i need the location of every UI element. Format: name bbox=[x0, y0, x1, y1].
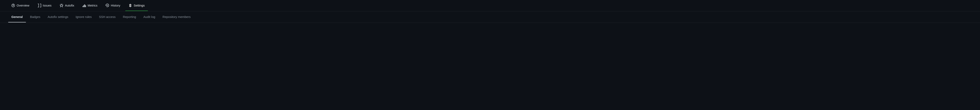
nav-item-autofix[interactable]: Autofix bbox=[56, 0, 78, 11]
subnav-item-general[interactable]: General bbox=[8, 11, 26, 23]
issues-icon bbox=[38, 4, 41, 7]
settings-icon bbox=[129, 4, 132, 7]
subnav-item-audit-log[interactable]: Audit log bbox=[140, 11, 158, 23]
svg-rect-7 bbox=[84, 4, 85, 7]
svg-rect-8 bbox=[85, 5, 86, 7]
nav-item-settings-label: Settings bbox=[134, 4, 145, 7]
subnav-item-badges[interactable]: Badges bbox=[27, 11, 44, 23]
overview-icon bbox=[11, 4, 15, 7]
subnav-item-reporting[interactable]: Reporting bbox=[119, 11, 139, 23]
nav-item-history-label: History bbox=[111, 4, 120, 7]
svg-point-11 bbox=[130, 5, 131, 6]
subnav-item-ssh-access-label: SSH access bbox=[99, 15, 116, 19]
subnav-item-badges-label: Badges bbox=[30, 15, 40, 19]
svg-point-1 bbox=[13, 5, 14, 6]
nav-item-settings[interactable]: Settings bbox=[125, 0, 148, 11]
svg-rect-5 bbox=[83, 6, 83, 7]
nav-item-metrics[interactable]: Metrics bbox=[79, 0, 101, 11]
subnav-item-ignore-rules-label: Ignore rules bbox=[75, 15, 92, 19]
nav-item-autofix-label: Autofix bbox=[65, 4, 74, 7]
svg-line-3 bbox=[60, 4, 60, 4]
svg-line-4 bbox=[62, 4, 62, 4]
nav-item-overview-label: Overview bbox=[17, 4, 29, 7]
subnav-item-reporting-label: Reporting bbox=[123, 15, 136, 19]
subnav-item-audit-log-label: Audit log bbox=[143, 15, 155, 19]
subnav-item-autofix-settings[interactable]: Autofix settings bbox=[45, 11, 72, 23]
subnav-item-general-label: General bbox=[11, 15, 23, 19]
autofix-icon bbox=[60, 4, 63, 7]
nav-item-overview[interactable]: Overview bbox=[8, 0, 33, 11]
nav-item-issues[interactable]: Issues bbox=[34, 0, 55, 11]
top-navigation: Overview Issues Autofix bbox=[0, 0, 980, 11]
subnav-item-ignore-rules[interactable]: Ignore rules bbox=[72, 11, 95, 23]
nav-item-metrics-label: Metrics bbox=[88, 4, 97, 7]
metrics-icon bbox=[83, 4, 86, 7]
svg-rect-6 bbox=[83, 5, 84, 7]
subnav-item-autofix-settings-label: Autofix settings bbox=[48, 15, 68, 19]
history-icon bbox=[105, 4, 109, 7]
nav-item-issues-label: Issues bbox=[43, 4, 51, 7]
sub-navigation: General Badges Autofix settings Ignore r… bbox=[0, 11, 980, 23]
subnav-item-repository-members[interactable]: Repository members bbox=[159, 11, 194, 23]
subnav-item-ssh-access[interactable]: SSH access bbox=[96, 11, 119, 23]
subnav-item-repository-members-label: Repository members bbox=[162, 15, 191, 19]
nav-item-history[interactable]: History bbox=[102, 0, 124, 11]
